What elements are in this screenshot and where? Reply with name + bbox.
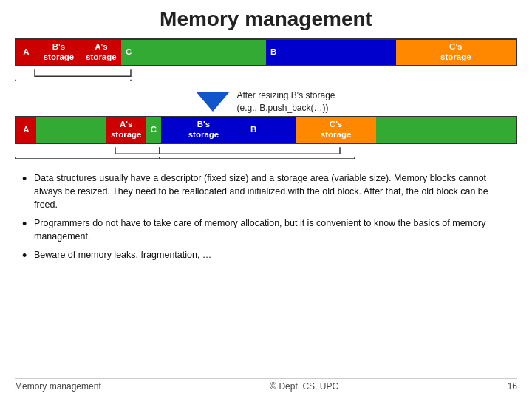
bar2-seg: B: [246, 117, 261, 143]
arrow-down-icon: [197, 92, 229, 112]
bar1-seg: B: [266, 40, 281, 65]
bullet-text-2: Programmers do not have to take care of …: [34, 216, 510, 243]
bullet-dot-1: •: [22, 172, 34, 185]
memory-bar-2: AA's storageCB's storageBC's storage: [15, 116, 517, 144]
bracket-svg-1: [15, 68, 517, 81]
bullet-text-3: Beware of memory leaks, fragmentation, …: [34, 248, 211, 262]
bar2-seg: A: [16, 117, 36, 143]
footer-center: © Dept. CS, UPC: [270, 381, 338, 392]
bar2-seg: C's storage: [296, 117, 375, 143]
arrow-row: After resizing B's storage (e.g., B.push…: [15, 89, 517, 115]
footer-left: Memory management: [15, 381, 101, 392]
bar2-seg: B's storage: [161, 117, 246, 143]
page: Memory management AB's storageA's storag…: [0, 0, 532, 399]
bracket-svg-2: [15, 146, 517, 159]
bar2-seg: [36, 117, 106, 143]
bar1-seg: C's storage: [396, 40, 516, 65]
bullet-2: • Programmers do not have to take care o…: [22, 216, 510, 243]
bullet-dot-2: •: [22, 217, 34, 231]
diagram1: AB's storageA's storageCBC's storage: [15, 38, 517, 83]
bar1-seg: [136, 40, 266, 65]
footer-right: 16: [508, 381, 517, 392]
bar2-seg: A's storage: [106, 117, 146, 143]
bullet-3: • Beware of memory leaks, fragmentation,…: [22, 248, 510, 262]
bar1-seg: C: [121, 40, 136, 65]
bar2-seg: [376, 117, 516, 143]
bullet-1: • Data structures usually have a descrip…: [22, 171, 510, 211]
bullets-section: • Data structures usually have a descrip…: [15, 171, 517, 268]
page-title: Memory management: [15, 7, 517, 31]
bar2-seg: C: [146, 117, 161, 143]
bar1-seg: A: [16, 40, 36, 65]
bar1-seg: A's storage: [81, 40, 121, 65]
memory-bar-1: AB's storageA's storageCBC's storage: [15, 38, 517, 66]
bullet-dot-3: •: [22, 249, 34, 262]
diagram2: AA's storageCB's storageBC's storage: [15, 116, 517, 161]
bar1-seg: [281, 40, 395, 65]
arrow-label: After resizing B's storage (e.g., B.push…: [236, 89, 335, 115]
bullet-text-1: Data structures usually have a descripto…: [34, 171, 510, 211]
bar1-seg: B's storage: [36, 40, 81, 65]
footer: Memory management © Dept. CS, UPC 16: [15, 378, 517, 392]
bar2-seg: [261, 117, 296, 143]
